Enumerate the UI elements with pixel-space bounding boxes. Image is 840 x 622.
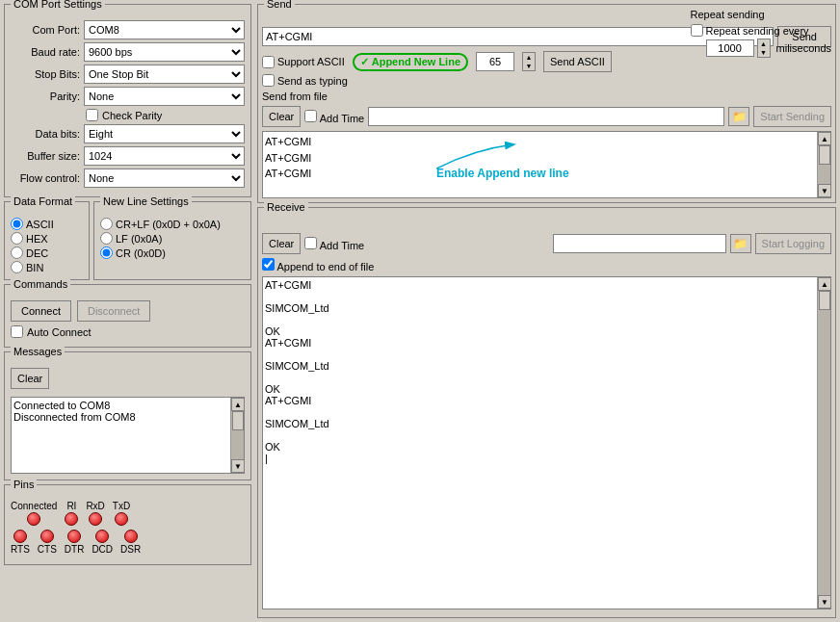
crlf-radio-label[interactable]: CR+LF (0x0D + 0x0A) (100, 218, 245, 230)
messages-scrollbar[interactable]: ▲ ▼ (230, 398, 244, 473)
start-sending-button[interactable]: Start Sending (753, 106, 831, 127)
send-ascii-button[interactable]: Send ASCII (543, 51, 612, 72)
recv-line-7 (265, 349, 813, 360)
pin-dtr: DTR (65, 530, 85, 555)
send-file-input[interactable] (368, 107, 724, 126)
cr-radio-label[interactable]: CR (0x0D) (100, 246, 245, 259)
recv-cursor: | (265, 453, 813, 464)
add-time-send-checkbox[interactable] (304, 110, 317, 122)
repeat-sending-section: Repeat sending Repeat sending every ▲ ▼ … (691, 9, 831, 58)
send-file-browse-button[interactable]: 📁 (728, 107, 749, 126)
ascii-radio-label[interactable]: ASCII (11, 218, 83, 230)
connect-button[interactable]: Connect (11, 300, 71, 322)
crlf-radio[interactable] (100, 218, 113, 230)
ascii-spinner[interactable]: ▲ ▼ (522, 52, 536, 71)
ascii-value-input[interactable] (476, 52, 514, 71)
check-parity-checkbox[interactable] (86, 109, 98, 121)
send-scroll-down[interactable]: ▼ (818, 184, 831, 197)
recv-line-8: SIMCOM_Ltd (265, 360, 813, 372)
send-title: Send (264, 0, 295, 10)
append-new-line-option[interactable]: ✓ Append New Line (353, 53, 468, 71)
pin-dsr: DSR (120, 530, 141, 555)
append-to-end-label[interactable]: Append to end of file (262, 261, 374, 272)
append-to-end-checkbox[interactable] (262, 258, 275, 271)
send-as-typing-checkbox[interactable] (262, 74, 275, 87)
milliseconds-label: miliseconds (776, 42, 831, 54)
scroll-down-arrow[interactable]: ▼ (231, 459, 245, 473)
disconnect-button[interactable]: Disconnect (77, 300, 150, 322)
auto-connect-checkbox[interactable] (11, 325, 23, 338)
start-logging-button[interactable]: Start Logging (755, 233, 831, 254)
repeat-every-label: Repeat sending every (706, 25, 809, 37)
add-time-send-label[interactable]: Add Time (304, 110, 364, 124)
scroll-up-arrow[interactable]: ▲ (231, 398, 245, 411)
flow-control-select[interactable]: None (84, 168, 245, 188)
send-as-typing-label[interactable]: Send as typing (262, 74, 348, 87)
recv-line-6: AT+CGMI (265, 337, 813, 349)
receive-clear-button[interactable]: Clear (262, 233, 301, 254)
send-output-area: AT+CGMI AT+CGMI AT+CGMI (262, 131, 831, 198)
recv-line-15: OK (265, 441, 813, 453)
com-port-select[interactable]: COM8 (84, 20, 245, 39)
recv-line-10: OK (265, 383, 813, 395)
spin-down[interactable]: ▼ (523, 62, 535, 70)
log-file-browse-button[interactable]: 📁 (730, 234, 751, 253)
bin-radio[interactable] (11, 261, 23, 273)
new-line-title: New Line Settings (100, 195, 192, 207)
spin-up[interactable]: ▲ (523, 53, 535, 62)
send-area-scrollbar[interactable]: ▲ ▼ (817, 132, 830, 197)
lf-radio-label[interactable]: LF (0x0A) (100, 232, 245, 245)
baud-rate-label: Baud rate: (11, 46, 80, 58)
add-time-receive-checkbox[interactable] (304, 237, 317, 249)
receive-text-content: AT+CGMI SIMCOM_Ltd OK AT+CGMI SIMCOM_Ltd… (265, 279, 828, 464)
recv-scroll-down[interactable]: ▼ (818, 595, 831, 609)
messages-area: Connected to COM8 Disconnected from COM8… (11, 397, 245, 474)
add-time-receive-label[interactable]: Add Time (304, 237, 364, 251)
recv-line-4 (265, 314, 813, 325)
lf-radio[interactable] (100, 232, 113, 245)
auto-connect-label: Auto Connect (27, 326, 92, 338)
new-line-settings-group: New Line Settings CR+LF (0x0D + 0x0A) LF… (93, 201, 251, 280)
led-dtr (67, 530, 81, 543)
repeat-spin-down[interactable]: ▼ (758, 48, 770, 57)
cr-radio[interactable] (100, 246, 113, 259)
receive-title: Receive (264, 201, 308, 213)
receive-area-scrollbar[interactable]: ▲ ▼ (817, 277, 830, 609)
buffer-size-select[interactable]: 1024 (84, 146, 245, 166)
repeat-spin-up[interactable]: ▲ (758, 39, 770, 48)
recv-scroll-track (818, 291, 830, 595)
led-dcd (95, 530, 109, 543)
hex-radio[interactable] (11, 232, 23, 245)
send-clear-button[interactable]: Clear (262, 106, 301, 127)
messages-clear-button[interactable]: Clear (11, 368, 49, 389)
repeat-ms-input[interactable] (706, 39, 754, 57)
stop-bits-select[interactable]: One Stop Bit (84, 65, 245, 84)
messages-group: Messages Clear Connected to COM8 Disconn… (4, 351, 251, 480)
flow-control-label: Flow control: (11, 172, 80, 184)
repeat-ms-spinner[interactable]: ▲ ▼ (757, 39, 771, 58)
send-scroll-thumb[interactable] (819, 145, 830, 165)
recv-scroll-up[interactable]: ▲ (818, 277, 831, 291)
scroll-track (231, 411, 244, 459)
send-line-1: AT+CGMI (265, 134, 813, 150)
support-ascii-label[interactable]: Support ASCII (262, 56, 345, 68)
repeat-sending-checkbox[interactable] (691, 24, 703, 37)
log-file-input[interactable] (553, 234, 726, 253)
led-dsr (124, 530, 138, 543)
bin-radio-label[interactable]: BIN (11, 261, 83, 273)
baud-rate-select[interactable]: 9600 bps (84, 42, 245, 62)
dec-radio[interactable] (11, 246, 23, 259)
pin-rts: RTS (11, 530, 30, 555)
check-parity-label: Check Parity (102, 110, 162, 121)
send-scroll-up[interactable]: ▲ (818, 132, 831, 145)
scroll-thumb[interactable] (232, 411, 244, 430)
dec-radio-label[interactable]: DEC (11, 246, 83, 259)
ascii-radio[interactable] (11, 218, 23, 230)
receive-section: Receive Log to file Clear Add Time 📁 Sta… (257, 207, 836, 618)
data-bits-select[interactable]: Eight (84, 124, 245, 143)
hex-radio-label[interactable]: HEX (11, 232, 83, 245)
recv-scroll-thumb[interactable] (819, 291, 830, 310)
parity-select[interactable]: None (84, 87, 245, 106)
led-rxd (89, 512, 102, 526)
support-ascii-checkbox[interactable] (262, 56, 275, 68)
